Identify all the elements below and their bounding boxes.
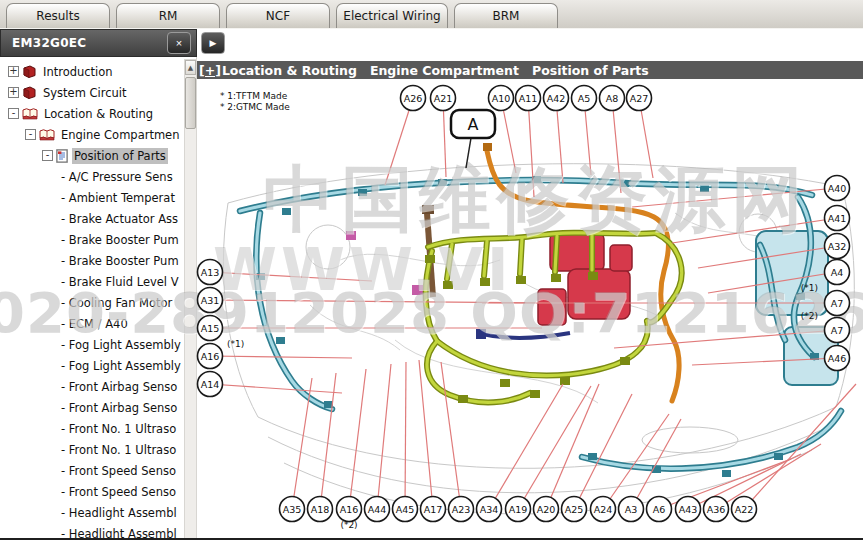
- collapse-icon[interactable]: -: [42, 150, 53, 161]
- sidebar-item-label: Engine Compartmen: [59, 127, 182, 143]
- sidebar-item-cooling-fan-motor[interactable]: - Cooling Fan Motor: [0, 292, 184, 313]
- sidebar-item-a-c-pressure-sens[interactable]: - A/C Pressure Sens: [0, 166, 184, 187]
- tab-electrical-wiring[interactable]: Electrical Wiring: [336, 3, 448, 28]
- sidebar-item-ecm-a40[interactable]: - ECM / A40: [0, 313, 184, 334]
- tab-label: RM: [159, 9, 178, 23]
- close-button[interactable]: ×: [167, 32, 191, 54]
- callout-a24[interactable]: A24: [591, 497, 616, 522]
- document-icon: [56, 149, 68, 163]
- tab-ncf[interactable]: NCF: [226, 3, 330, 28]
- sidebar-item-ambient-temperat[interactable]: - Ambient Temperat: [0, 187, 184, 208]
- sidebar-item-front-speed-senso[interactable]: - Front Speed Senso: [0, 460, 184, 481]
- callout-a45[interactable]: A45: [393, 497, 418, 522]
- expand-icon[interactable]: +: [8, 66, 19, 77]
- callout-a21[interactable]: A21: [431, 86, 456, 111]
- sidebar-scrollbar[interactable]: ▲: [184, 59, 197, 540]
- callout-a20[interactable]: A20: [534, 497, 559, 522]
- sidebar-item-brake-booster-pum[interactable]: - Brake Booster Pum: [0, 229, 184, 250]
- callout-a14[interactable]: A14: [198, 372, 223, 397]
- scrollbar-thumb[interactable]: [185, 77, 196, 129]
- callout-a10[interactable]: A10: [489, 86, 514, 111]
- sidebar-item-position-of-parts[interactable]: -Position of Parts: [0, 145, 184, 166]
- sidebar-item-headlight-assembl[interactable]: - Headlight Assembl: [0, 502, 184, 523]
- sidebar-item-system-circuit[interactable]: +System Circuit: [0, 82, 184, 103]
- sidebar-item-label: - Front Speed Senso: [59, 484, 178, 500]
- callout-a42[interactable]: A42: [544, 86, 569, 111]
- callout-a32[interactable]: A32: [825, 234, 850, 259]
- sidebar-item-label: - ECM / A40: [59, 316, 130, 332]
- tab-brm[interactable]: BRM: [454, 3, 558, 28]
- callout-a11[interactable]: A11: [516, 86, 541, 111]
- sidebar-item-front-airbag-senso[interactable]: - Front Airbag Senso: [0, 397, 184, 418]
- close-icon: ×: [176, 37, 182, 49]
- callout-a25[interactable]: A25: [562, 497, 587, 522]
- sidebar-item-fog-light-assembly[interactable]: - Fog Light Assembly: [0, 334, 184, 355]
- area-a-leader: [466, 138, 471, 168]
- breadcrumb-expander[interactable]: [+]: [199, 63, 221, 78]
- callout-a41[interactable]: A41: [825, 206, 850, 231]
- callout-a13[interactable]: A13: [198, 260, 223, 285]
- scroll-up-button[interactable]: ▲: [185, 60, 196, 75]
- callout-a18[interactable]: A18: [308, 497, 333, 522]
- sidebar-item-location-routing[interactable]: -Location & Routing: [0, 103, 184, 124]
- callout-a40[interactable]: A40: [825, 176, 850, 201]
- sidebar-item-front-no-1-ultraso[interactable]: - Front No. 1 Ultraso: [0, 418, 184, 439]
- svg-text:A43: A43: [679, 504, 698, 515]
- expand-icon[interactable]: +: [8, 87, 19, 98]
- callout-a16[interactable]: A16: [198, 344, 223, 369]
- callout-a36[interactable]: A36: [704, 497, 729, 522]
- callout-a22[interactable]: A22: [732, 497, 757, 522]
- svg-text:A16: A16: [340, 504, 359, 515]
- svg-text:A31: A31: [201, 295, 220, 306]
- sidebar-item-label: - Ambient Temperat: [59, 190, 177, 206]
- callout-a7[interactable]: A7: [825, 318, 850, 343]
- callout-a15[interactable]: A15: [198, 316, 223, 341]
- tab-label: NCF: [266, 9, 290, 23]
- callout-a31[interactable]: A31: [198, 288, 223, 313]
- svg-text:A15: A15: [201, 323, 220, 334]
- callout-a43[interactable]: A43: [676, 497, 701, 522]
- callout-a19[interactable]: A19: [506, 497, 531, 522]
- callout-a17[interactable]: A17: [421, 497, 446, 522]
- sidebar-item-front-speed-senso[interactable]: - Front Speed Senso: [0, 481, 184, 502]
- callout-a5[interactable]: A5: [572, 86, 597, 111]
- callout-a4[interactable]: A4: [825, 260, 850, 285]
- callout-a23[interactable]: A23: [449, 497, 474, 522]
- svg-text:A44: A44: [368, 504, 387, 515]
- tab-results[interactable]: Results: [6, 3, 110, 28]
- forward-button[interactable]: ▶: [201, 32, 225, 54]
- sidebar-item-label: - Front No. 1 Ultraso: [59, 421, 178, 437]
- callout-a16[interactable]: A16: [337, 497, 362, 522]
- sidebar-item-headlight-assembl[interactable]: - Headlight Assembl: [0, 523, 184, 540]
- callout-a27[interactable]: A27: [627, 86, 652, 111]
- callout-a3[interactable]: A3: [619, 497, 644, 522]
- callout-a34[interactable]: A34: [477, 497, 502, 522]
- sidebar-item-label: Location & Routing: [42, 106, 155, 122]
- callout-a6[interactable]: A6: [647, 497, 672, 522]
- svg-text:A34: A34: [480, 504, 499, 515]
- sidebar-item-front-airbag-senso[interactable]: - Front Airbag Senso: [0, 376, 184, 397]
- callout-a7[interactable]: A7: [825, 291, 850, 316]
- callout-a46[interactable]: A46: [825, 346, 850, 371]
- tab-label: Results: [36, 9, 79, 23]
- collapse-icon[interactable]: -: [8, 108, 19, 119]
- callout-a44[interactable]: A44: [365, 497, 390, 522]
- sidebar-item-front-no-1-ultraso[interactable]: - Front No. 1 Ultraso: [0, 439, 184, 460]
- callout-layer: A26A21A10A11A42A5A8A27A40A41A32A4A7(*1)A…: [200, 85, 863, 540]
- sidebar-item-brake-booster-pum[interactable]: - Brake Booster Pum: [0, 250, 184, 271]
- sidebar-item-brake-actuator-ass[interactable]: - Brake Actuator Ass: [0, 208, 184, 229]
- svg-text:A: A: [468, 115, 479, 134]
- tab-rm[interactable]: RM: [116, 3, 220, 28]
- callout-a26[interactable]: A26: [401, 86, 426, 111]
- sidebar-item-fog-light-assembly[interactable]: - Fog Light Assembly: [0, 355, 184, 376]
- sidebar-item-introduction[interactable]: +Introduction: [0, 61, 184, 82]
- note-2: * 2:GTMC Made: [220, 102, 290, 113]
- sidebar-item-brake-fluid-level-v[interactable]: - Brake Fluid Level V: [0, 271, 184, 292]
- sidebar-tree: +Introduction+System Circuit-Location & …: [0, 57, 197, 540]
- collapse-icon[interactable]: -: [25, 129, 36, 140]
- sidebar-item-engine-compartmen[interactable]: -Engine Compartmen: [0, 124, 184, 145]
- sidebar-item-label: - Brake Booster Pum: [59, 232, 181, 248]
- callout-note: (*1): [227, 339, 244, 349]
- callout-a8[interactable]: A8: [600, 86, 625, 111]
- callout-a35[interactable]: A35: [280, 497, 305, 522]
